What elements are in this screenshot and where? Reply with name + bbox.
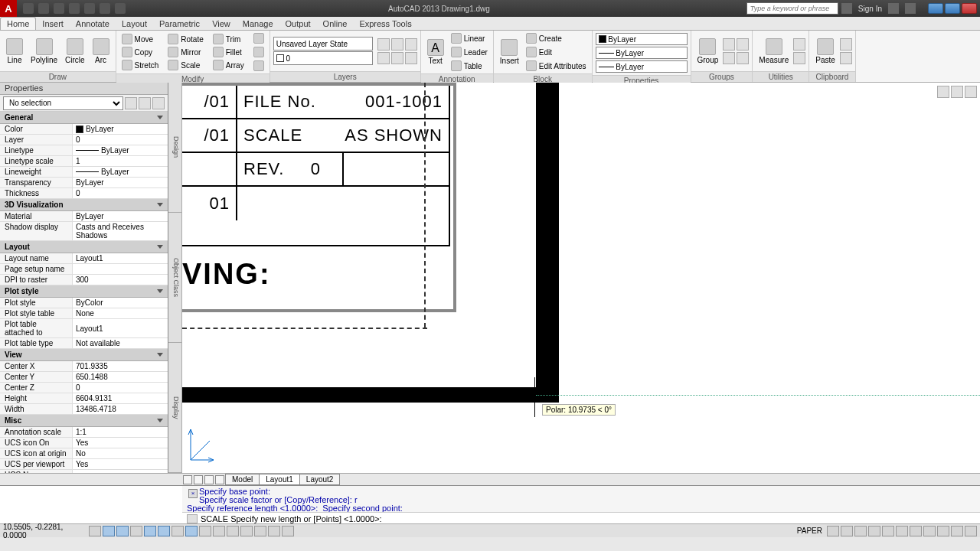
- clip-tool-icon[interactable]: [840, 38, 852, 51]
- prop-width[interactable]: Width13486.4718: [0, 404, 168, 415]
- tab-home[interactable]: Home: [0, 17, 36, 30]
- paper-model-toggle[interactable]: PAPER: [794, 527, 825, 535]
- layer-tool-icon[interactable]: [391, 38, 403, 51]
- move-button[interactable]: Move: [119, 33, 162, 45]
- prop-plot-style[interactable]: Plot styleByColor: [0, 298, 168, 308]
- prop-ucs-icon-on[interactable]: UCS icon OnYes: [0, 438, 168, 448]
- category-misc[interactable]: Misc: [0, 415, 168, 427]
- prop-linetype-scale[interactable]: Linetype scale1: [0, 156, 168, 167]
- sb-osnap-icon[interactable]: [158, 526, 170, 536]
- prop-center-z[interactable]: Center Z0: [0, 383, 168, 393]
- prop-ucs-icon-at-origin[interactable]: UCS icon at originNo: [0, 448, 168, 459]
- paste-button[interactable]: Paste: [812, 37, 838, 66]
- category-general[interactable]: General: [0, 112, 168, 124]
- layer-current-combo[interactable]: 0: [273, 51, 373, 65]
- exchange-apps-icon[interactable]: [888, 3, 899, 14]
- tab-nav-first-icon[interactable]: [183, 475, 192, 484]
- app-logo[interactable]: A: [0, 0, 17, 17]
- tab-insert[interactable]: Insert: [36, 18, 70, 30]
- tab-nav-prev-icon[interactable]: [194, 475, 203, 484]
- sb-3dosnap-icon[interactable]: [172, 526, 184, 536]
- sb-ortho-icon[interactable]: [130, 526, 142, 536]
- edit-button[interactable]: Edit: [524, 46, 589, 58]
- group-tool-icon[interactable]: [723, 52, 735, 64]
- select-objects-icon[interactable]: [139, 97, 151, 109]
- sb-qp-icon[interactable]: [254, 526, 266, 536]
- drawing-area[interactable]: /01 FILE No.001-1001 /01 SCALEAS SHOWN R…: [182, 83, 980, 473]
- prop-ucs-name[interactable]: UCS Name: [0, 470, 168, 473]
- category-view[interactable]: View: [0, 349, 168, 361]
- layer-tool-icon[interactable]: [377, 52, 390, 64]
- doc-close-icon[interactable]: [965, 86, 977, 98]
- signin-link[interactable]: Sign In: [858, 5, 882, 13]
- quick-select-icon[interactable]: [152, 97, 165, 109]
- layer-tool-icon[interactable]: [405, 52, 417, 64]
- sb-tool-icon[interactable]: [937, 526, 949, 536]
- prop-page-setup-name[interactable]: Page setup name: [0, 264, 168, 275]
- group-tool-icon[interactable]: [737, 38, 749, 51]
- util-tool-icon[interactable]: [793, 38, 805, 51]
- modify-extra-icon[interactable]: [251, 46, 266, 58]
- prop-plot-table-attached-to[interactable]: Plot table attached toLayout1: [0, 319, 168, 338]
- sb-tool-icon[interactable]: [965, 526, 977, 536]
- layout-tab-layout1[interactable]: Layout1: [259, 474, 300, 485]
- arc-button[interactable]: Arc: [90, 37, 113, 66]
- sb-polar-icon[interactable]: [144, 526, 156, 536]
- stretch-button[interactable]: Stretch: [119, 59, 162, 71]
- util-tool-icon[interactable]: [793, 52, 805, 64]
- prop-plot-table-type[interactable]: Plot table typeNot available: [0, 338, 168, 349]
- minimize-button[interactable]: [928, 3, 943, 14]
- layer-tool-icon[interactable]: [405, 38, 417, 51]
- measure-button[interactable]: Measure: [756, 37, 792, 66]
- sb-sc-icon[interactable]: [268, 526, 280, 536]
- cmd-close-icon[interactable]: ×: [188, 489, 198, 498]
- tab-annotate[interactable]: Annotate: [70, 18, 116, 30]
- selection-combo[interactable]: No selection: [3, 96, 123, 110]
- tab-nav-next-icon[interactable]: [204, 475, 214, 484]
- prop-layout-name[interactable]: Layout nameLayout1: [0, 253, 168, 264]
- category-plot-style[interactable]: Plot style: [0, 285, 168, 298]
- sb-tpy-icon[interactable]: [240, 526, 253, 536]
- search-input[interactable]: [746, 2, 838, 15]
- layout-tab-model[interactable]: Model: [225, 474, 260, 485]
- side-tab-design[interactable]: Design: [168, 83, 181, 213]
- prop-shadow-display[interactable]: Shadow displayCasts and Receives Shadows: [0, 222, 168, 241]
- sb-tool-icon[interactable]: [854, 526, 867, 536]
- tab-view[interactable]: View: [206, 18, 237, 30]
- linetype-combo[interactable]: ByLayer: [596, 60, 688, 73]
- polyline-button[interactable]: Polyline: [28, 37, 60, 66]
- text-button[interactable]: AText: [424, 37, 447, 67]
- sb-otrack-icon[interactable]: [185, 526, 198, 536]
- prop-thickness[interactable]: Thickness0: [0, 188, 168, 199]
- copy-button[interactable]: Copy: [119, 46, 162, 58]
- doc-restore-icon[interactable]: [951, 86, 963, 98]
- tab-online[interactable]: Online: [317, 18, 354, 30]
- sb-infer-icon[interactable]: [89, 526, 101, 536]
- qat-redo-icon[interactable]: [115, 3, 126, 14]
- category-3d-visualization[interactable]: 3D Visualization: [0, 199, 168, 211]
- prop-center-x[interactable]: Center X701.9335: [0, 361, 168, 372]
- rotate-button[interactable]: Rotate: [165, 33, 205, 45]
- sb-am-icon[interactable]: [282, 526, 294, 536]
- sb-tool-icon[interactable]: [951, 526, 963, 536]
- exchange-icon[interactable]: [841, 3, 852, 14]
- table-button[interactable]: Table: [449, 60, 490, 72]
- tab-express-tools[interactable]: Express Tools: [353, 18, 417, 30]
- sb-grid-icon[interactable]: [116, 526, 129, 536]
- lineweight-combo[interactable]: ByLayer: [596, 47, 688, 59]
- group-tool-icon[interactable]: [737, 52, 749, 64]
- tab-output[interactable]: Output: [279, 18, 317, 30]
- qat-save-icon[interactable]: [54, 3, 64, 14]
- prop-height[interactable]: Height6604.9131: [0, 393, 168, 404]
- toggle-pickadd-icon[interactable]: [125, 97, 137, 109]
- layer-tool-icon[interactable]: [391, 52, 403, 64]
- sb-tool-icon[interactable]: [882, 526, 894, 536]
- sb-ducs-icon[interactable]: [199, 526, 211, 536]
- sb-lwt-icon[interactable]: [227, 526, 239, 536]
- sb-tool-icon[interactable]: [841, 526, 853, 536]
- prop-layer[interactable]: Layer0: [0, 135, 168, 145]
- prop-lineweight[interactable]: LineweightByLayer: [0, 167, 168, 178]
- prop-plot-style-table[interactable]: Plot style tableNone: [0, 308, 168, 319]
- prop-annotation-scale[interactable]: Annotation scale1:1: [0, 427, 168, 438]
- sb-tool-icon[interactable]: [923, 526, 936, 536]
